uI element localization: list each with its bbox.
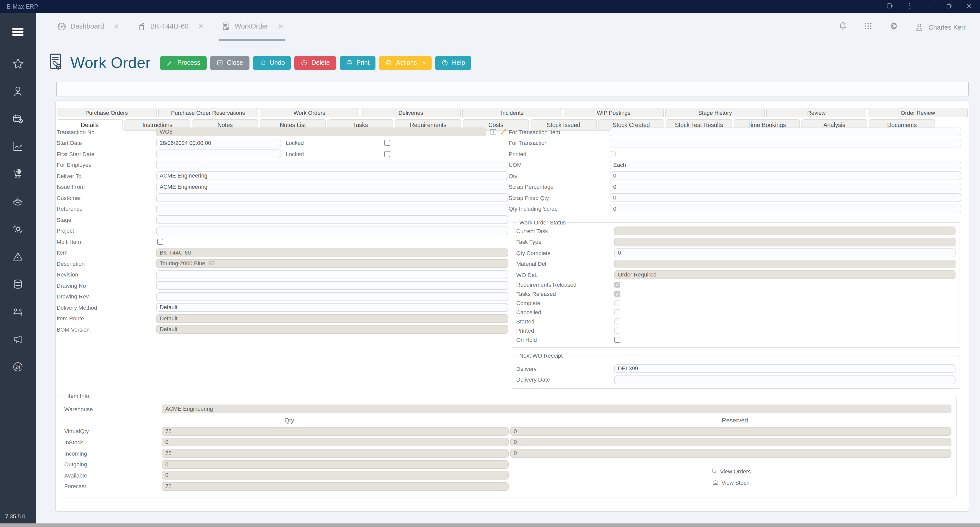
settings-gear-icon[interactable] (889, 21, 899, 33)
field-label: WO Del. (516, 272, 614, 278)
field-input[interactable]: 0 (609, 194, 961, 202)
locked-checkbox[interactable] (384, 140, 390, 146)
field-input[interactable]: DEL399 (614, 365, 956, 373)
related-tab[interactable]: Purchase Order Reservations (158, 108, 258, 117)
apps-grid-icon[interactable] (863, 21, 873, 33)
minimize-icon[interactable] (926, 2, 933, 11)
sidebar-hr-icon[interactable] (0, 78, 36, 105)
sidebar-analytics-icon[interactable] (0, 133, 36, 160)
incoming-row: Incoming 75 0 (64, 448, 952, 459)
process-button[interactable]: Process (161, 56, 206, 70)
sidebar-incidents-icon[interactable] (0, 243, 36, 271)
field-label: Start Date (57, 140, 156, 146)
view-stock-link[interactable]: View Stock (510, 479, 951, 486)
related-tab[interactable]: Purchase Orders (57, 108, 157, 117)
goto-record-icon[interactable] (489, 128, 497, 136)
user-menu[interactable]: Charles Kerr (914, 22, 966, 32)
related-tab[interactable]: Order Review (868, 108, 968, 117)
field-label: Customer (57, 195, 156, 201)
sidebar-support-24-icon[interactable]: 24 (0, 353, 36, 381)
warehouse-field: ACME Engineering (162, 405, 951, 414)
field-label: Issue From (57, 184, 156, 190)
field-input: Order Required (614, 271, 956, 279)
edit-pencil-icon[interactable] (500, 128, 507, 136)
tab-dashboard[interactable]: Dashboard ✕ (55, 13, 121, 41)
help-button[interactable]: Help (435, 56, 471, 70)
field-input[interactable]: Default (156, 303, 508, 312)
sidebar-scheduler-icon[interactable] (0, 105, 36, 133)
sidebar-database-icon[interactable] (0, 271, 36, 298)
multi-item-checkbox[interactable] (157, 239, 163, 245)
field-input[interactable]: 0 (614, 249, 956, 257)
tab-close-icon[interactable]: ✕ (278, 22, 283, 30)
close-button[interactable]: Close (210, 56, 249, 70)
qty-value: 0 (162, 438, 509, 447)
close-window-icon[interactable] (965, 2, 973, 11)
sidebar-purchasing-icon[interactable] (0, 160, 36, 188)
field-input[interactable]: 0 (609, 205, 961, 213)
field-label: Item (57, 250, 156, 256)
related-tab[interactable]: Stage History (665, 108, 765, 117)
field-input[interactable] (156, 292, 508, 301)
restore-icon[interactable] (945, 2, 953, 11)
date-field[interactable]: 28/06/2024 00:00:00 (156, 139, 281, 147)
status-checkbox (614, 309, 620, 315)
sidebar-marketing-icon[interactable] (0, 325, 36, 353)
field-label: BOM Version (57, 326, 156, 333)
field-input[interactable] (156, 281, 508, 290)
notifications-bell-icon[interactable] (838, 21, 848, 33)
tab-close-icon[interactable]: ✕ (198, 22, 204, 30)
tab-close-icon[interactable]: ✕ (114, 22, 119, 30)
field-input: Default (156, 314, 508, 323)
field-input[interactable] (156, 205, 508, 213)
tab-workorder[interactable]: WorkOrder ✕ (220, 13, 285, 41)
related-tab[interactable]: Deliveries (361, 108, 461, 117)
related-tab[interactable]: Incidents (462, 108, 562, 117)
form-row: Qty 0 (509, 170, 963, 182)
kebab-menu-icon[interactable] (905, 2, 913, 11)
form-row: Drawing Rev. (57, 291, 511, 302)
field-input[interactable] (614, 376, 956, 384)
field-label: UOM (509, 162, 609, 168)
field-label: Material Del. (516, 261, 614, 267)
field-input[interactable]: 0 (609, 172, 961, 180)
field-label: Transaction No. (57, 129, 156, 135)
view-orders-link[interactable]: View Orders (510, 467, 951, 475)
related-tab[interactable]: WIP Postings (564, 108, 664, 117)
field-input[interactable]: 0 (609, 183, 961, 191)
undo-button[interactable]: Undo (253, 56, 291, 70)
form-row: For Transaction (509, 137, 963, 148)
status-row: Material Del. (516, 258, 956, 269)
field-input[interactable] (156, 161, 508, 169)
field-input[interactable] (156, 194, 508, 202)
field-input[interactable] (156, 215, 508, 224)
locked-checkbox[interactable] (384, 151, 390, 157)
delete-button[interactable]: Delete (294, 56, 336, 70)
field-input[interactable] (156, 226, 508, 235)
field-label: On Hold (516, 337, 614, 343)
field-input[interactable]: Each (609, 161, 961, 169)
actions-button[interactable]: Actions ▾ (379, 56, 431, 70)
field-input[interactable] (156, 271, 508, 279)
save-close-icon (216, 59, 223, 66)
warehouse-row: Warehouse ACME Engineering (64, 404, 952, 414)
related-tab[interactable]: Review (767, 108, 867, 117)
sidebar-production-icon[interactable] (0, 215, 36, 243)
sidebar-meetings-icon[interactable] (0, 298, 36, 325)
field-input[interactable] (609, 128, 961, 137)
tab-item-bk-t44u-60[interactable]: BK-T44U-60 ✕ (135, 13, 205, 41)
sidebar-favorites-icon[interactable] (0, 50, 36, 78)
field-input[interactable]: ACME Engineering (156, 172, 508, 180)
related-records-tabs: Purchase OrdersPurchase Order Reservatio… (57, 108, 968, 117)
section-legend: Item Info. (65, 393, 93, 399)
related-tab[interactable]: Work Orders (259, 108, 360, 117)
print-button[interactable]: Print (339, 56, 375, 70)
status-checkbox[interactable] (614, 337, 620, 343)
field-input[interactable] (609, 139, 961, 147)
field-input[interactable]: ACME Engineering (156, 183, 508, 191)
sidebar-goods-in-icon[interactable] (0, 188, 36, 215)
extensions-icon[interactable] (886, 2, 893, 11)
hamburger-menu-icon[interactable] (12, 28, 24, 37)
date-field[interactable] (156, 150, 281, 158)
speedometer-icon (57, 21, 67, 31)
